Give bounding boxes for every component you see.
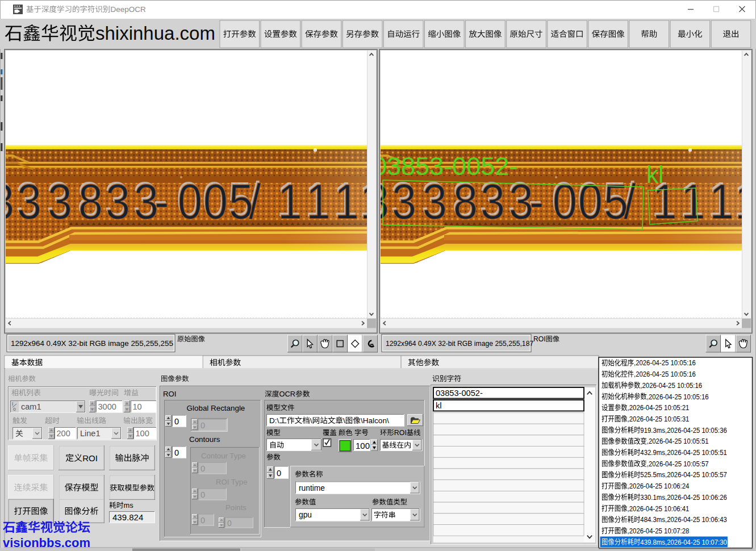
svg-text:525.5ms,2026-04-25 10:05:57: 525.5ms,2026-04-25 10:05:57	[640, 471, 727, 479]
svg-text:o: o	[13, 406, 16, 412]
svg-text:Global Rectangle: Global Rectangle	[187, 404, 245, 412]
svg-text:,2026-04-25 10:05:16: ,2026-04-25 10:05:16	[647, 393, 709, 401]
svg-text:0: 0	[277, 469, 281, 478]
svg-text:Points: Points	[225, 503, 247, 512]
svg-text:ROI: ROI	[163, 390, 176, 398]
svg-text:gpu: gpu	[299, 511, 312, 519]
svg-text:10: 10	[133, 402, 142, 411]
svg-text:100: 100	[356, 441, 370, 450]
svg-text:ROI Type: ROI Type	[216, 478, 247, 486]
svg-text:0: 0	[227, 519, 232, 528]
svg-text:0: 0	[174, 417, 179, 426]
svg-text:0: 0	[201, 490, 205, 499]
svg-text:DeepOCR: DeepOCR	[111, 5, 147, 14]
svg-text:ROI: ROI	[533, 335, 546, 343]
svg-text:1292x964 0.49X 32-bit RGB imag: 1292x964 0.49X 32-bit RGB image 255,255,…	[386, 340, 533, 348]
svg-text:kl: kl	[436, 401, 442, 410]
svg-text:,2026-04-25 10:07:28: ,2026-04-25 10:07:28	[628, 527, 690, 535]
svg-text:ms: ms	[124, 501, 133, 510]
svg-text:ROI: ROI	[394, 429, 407, 437]
svg-text:,2026-04-25 10:05:31: ,2026-04-25 10:05:31	[628, 415, 690, 423]
svg-text:0: 0	[201, 464, 205, 473]
svg-text:100: 100	[136, 429, 149, 438]
svg-text:,2026-04-25 10:05:16: ,2026-04-25 10:05:16	[634, 359, 696, 368]
svg-text:03853-0052-: 03853-0052-	[373, 152, 517, 181]
svg-text:03853-0052-: 03853-0052-	[436, 389, 483, 398]
svg-text:439.8ms,2026-04-25 10:07:30: 439.8ms,2026-04-25 10:07:30	[640, 538, 727, 546]
svg-text:,2026-04-25 10:05:21: ,2026-04-25 10:05:21	[628, 403, 690, 412]
svg-text:3000: 3000	[98, 402, 116, 411]
svg-text:1292x964 0.49X 32-bit RGB imag: 1292x964 0.49X 32-bit RGB image 255,255,…	[11, 339, 173, 348]
svg-text:kl: kl	[646, 161, 663, 188]
svg-text:runtime: runtime	[299, 484, 325, 492]
svg-text:919.3ms,2026-04-25 10:05:36: 919.3ms,2026-04-25 10:05:36	[640, 426, 727, 435]
svg-text:,2026-04-25 10:05:16: ,2026-04-25 10:05:16	[640, 381, 702, 390]
svg-text:ROI: ROI	[82, 453, 98, 463]
svg-text:cam1: cam1	[21, 402, 41, 411]
svg-text:visionbbs.com: visionbbs.com	[3, 536, 90, 550]
svg-text:0: 0	[174, 448, 179, 457]
svg-text:330.1ms,2026-04-25 10:06:26: 330.1ms,2026-04-25 10:06:26	[640, 493, 727, 502]
svg-text:OCR: OCR	[279, 390, 295, 398]
svg-text:\: \	[343, 416, 345, 425]
svg-text:Contours: Contours	[189, 435, 220, 444]
svg-text:0: 0	[201, 516, 205, 525]
svg-text:0: 0	[201, 421, 205, 430]
svg-text:\Halcon\: \Halcon\	[361, 416, 389, 425]
svg-text:Contour Type: Contour Type	[201, 452, 246, 460]
svg-text:\: \	[310, 416, 312, 425]
svg-text:484.3ms,2026-04-25 10:06:43: 484.3ms,2026-04-25 10:06:43	[640, 515, 727, 524]
svg-text:shixinhua.com: shixinhua.com	[95, 23, 215, 44]
svg-text:,2026-04-25 10:05:57: ,2026-04-25 10:05:57	[647, 460, 709, 468]
svg-text:,2026-04-25 10:06:41: ,2026-04-25 10:06:41	[628, 504, 690, 513]
svg-text:Line1: Line1	[80, 429, 100, 438]
svg-text:,2026-04-25 10:05:51: ,2026-04-25 10:05:51	[647, 437, 709, 446]
svg-text:,2026-04-25 10:05:16: ,2026-04-25 10:05:16	[634, 370, 696, 378]
svg-text:200: 200	[57, 429, 70, 438]
svg-text:439.824: 439.824	[112, 512, 143, 522]
svg-text:D:\: D:\	[269, 416, 279, 425]
svg-text:,2026-04-25 10:06:24: ,2026-04-25 10:06:24	[628, 482, 690, 490]
svg-text:432.9ms,2026-04-25 10:05:51: 432.9ms,2026-04-25 10:05:51	[640, 448, 727, 457]
